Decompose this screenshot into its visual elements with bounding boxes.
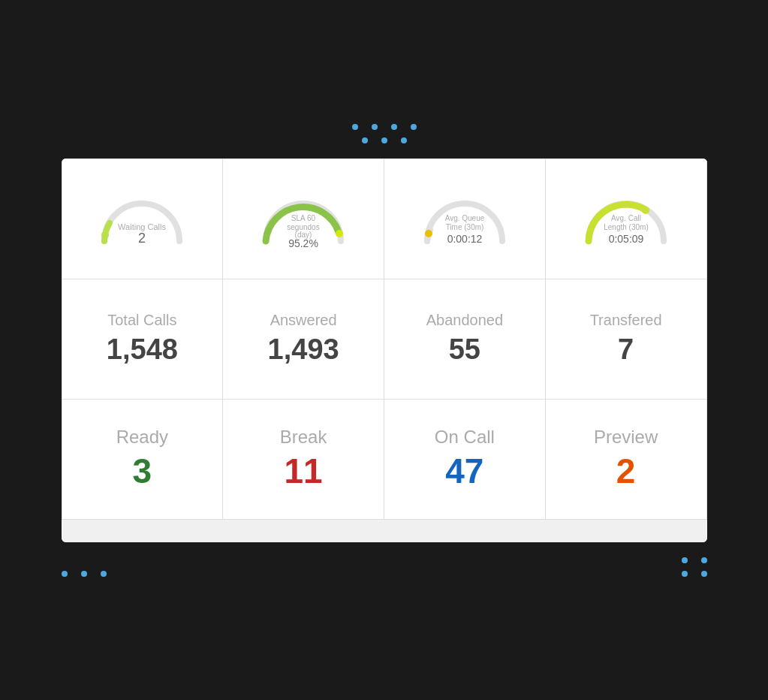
svg-text:SLA 60: SLA 60	[291, 214, 316, 222]
cell-ready: Ready 3	[62, 400, 224, 520]
dots-row-2	[362, 137, 407, 143]
transfered-value: 7	[618, 333, 634, 366]
ready-label: Ready	[116, 427, 168, 448]
svg-point-0	[101, 231, 109, 239]
cell-avg-call: Avg. Call Length (30m) 0:05:09	[546, 159, 707, 279]
dots-row	[682, 557, 707, 563]
svg-text:2: 2	[138, 231, 146, 246]
svg-point-12	[642, 207, 649, 214]
answered-value: 1,493	[268, 333, 339, 366]
answered-label: Answered	[270, 312, 337, 329]
cell-abandoned: Abandoned 55	[384, 279, 546, 400]
dashboard: Waiting Calls 2 SLA 60 segundos (day) 95…	[62, 158, 707, 542]
dots-bottom-left	[62, 571, 107, 577]
dot	[401, 137, 407, 143]
dot	[682, 571, 688, 577]
svg-text:Avg. Call: Avg. Call	[611, 214, 641, 222]
dots-top	[352, 124, 417, 143]
dot	[391, 124, 397, 130]
transfered-label: Transfered	[590, 312, 662, 329]
svg-text:0:00:12: 0:00:12	[447, 233, 483, 245]
cell-sla: SLA 60 segundos (day) 95.2%	[223, 159, 384, 279]
abandoned-label: Abandoned	[426, 312, 503, 329]
dot	[352, 124, 358, 130]
dot	[362, 137, 368, 143]
cell-answered: Answered 1,493	[223, 279, 384, 400]
dot	[701, 571, 707, 577]
cell-total-calls: Total Calls 1,548	[62, 279, 224, 400]
break-value: 11	[285, 451, 323, 491]
abandoned-value: 55	[449, 333, 480, 366]
dot	[381, 137, 387, 143]
break-label: Break	[280, 427, 327, 448]
total-calls-value: 1,548	[107, 333, 178, 366]
gauge-avg-call: Avg. Call Length (30m) 0:05:09	[577, 189, 675, 249]
dashboard-grid: Waiting Calls 2 SLA 60 segundos (day) 95…	[62, 158, 707, 520]
preview-value: 2	[616, 451, 636, 491]
dots-row-1	[352, 124, 417, 130]
cell-break: Break 11	[223, 400, 384, 520]
cell-transfered: Transfered 7	[546, 279, 707, 400]
dot	[81, 571, 87, 577]
cell-preview: Preview 2	[546, 400, 707, 520]
svg-text:0:05:09: 0:05:09	[608, 233, 643, 245]
gauge-sla: SLA 60 segundos (day) 95.2%	[254, 189, 352, 249]
dot	[682, 557, 688, 563]
total-calls-label: Total Calls	[107, 312, 176, 329]
gauge-waiting-calls: Waiting Calls 2	[93, 189, 191, 249]
cell-waiting-calls: Waiting Calls 2	[62, 159, 224, 279]
preview-label: Preview	[594, 427, 658, 448]
dots-bottom	[62, 557, 707, 577]
svg-text:Length (30m): Length (30m)	[604, 223, 648, 231]
gauge-avg-queue: Avg. Queue Time (30m) 0:00:12	[416, 189, 514, 249]
cell-on-call: On Call 47	[384, 400, 546, 520]
dot	[372, 124, 378, 130]
dots-bottom-right	[682, 557, 707, 577]
cell-avg-queue: Avg. Queue Time (30m) 0:00:12	[384, 159, 546, 279]
dot	[701, 557, 707, 563]
ready-value: 3	[133, 451, 152, 491]
svg-point-8	[425, 230, 432, 237]
on-call-value: 47	[445, 451, 483, 491]
dot	[62, 571, 68, 577]
svg-text:Time (30m): Time (30m)	[446, 223, 484, 231]
svg-text:Avg. Queue: Avg. Queue	[445, 214, 485, 222]
on-call-label: On Call	[435, 427, 495, 448]
svg-point-3	[336, 230, 343, 237]
dot	[411, 124, 417, 130]
dots-row	[682, 571, 707, 577]
svg-text:95.2%: 95.2%	[288, 237, 318, 249]
dashboard-footer	[62, 520, 707, 542]
dot	[101, 571, 107, 577]
